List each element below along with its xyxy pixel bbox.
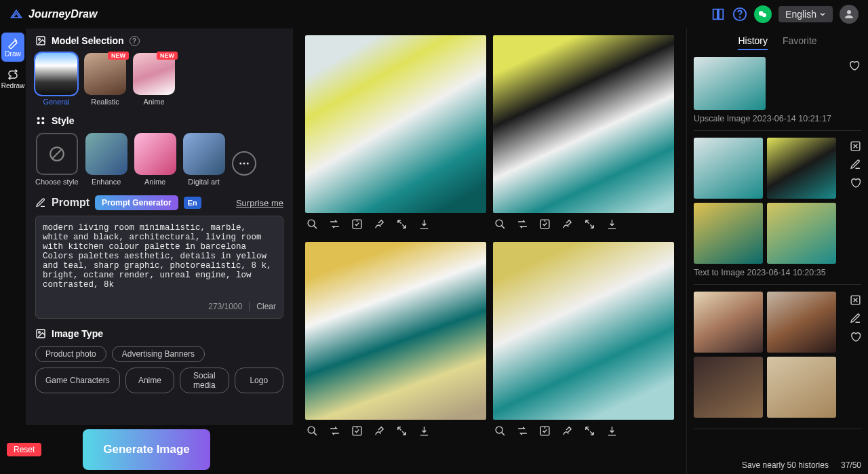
image-cell-4 [493,242,674,442]
svg-point-23 [496,427,502,433]
edit-icon [35,197,46,208]
history-thumb[interactable] [767,203,836,264]
generated-image[interactable] [493,35,674,213]
docs-icon[interactable] [711,7,726,22]
model-general[interactable]: General [35,53,77,106]
zoom-icon[interactable] [494,218,506,230]
rail-draw[interactable]: Draw [1,33,24,62]
style-anime[interactable]: Anime [134,133,176,186]
chip-product-photo[interactable]: Product photo [35,346,106,362]
logo[interactable]: JourneyDraw [9,7,97,21]
history-status: Save nearly 50 histories 37/50 [687,456,868,474]
prompt-text[interactable]: modern living room minimalistic, marble,… [43,223,276,298]
prompt-generator-button[interactable]: Prompt Generator [95,195,178,210]
edit-brush-icon[interactable] [561,218,573,230]
edit-brush-icon[interactable] [374,425,385,437]
chip-social-media[interactable]: Social media [180,368,229,393]
generate-button[interactable]: Generate Image [83,429,210,470]
download-icon[interactable] [418,425,430,437]
variation-icon[interactable] [517,218,528,230]
help-icon[interactable]: ? [130,36,140,46]
user-avatar[interactable] [840,5,859,24]
zoom-icon[interactable] [307,218,318,230]
model-anime[interactable]: NEW Anime [133,53,175,106]
prompt-input[interactable]: modern living room minimalistic, marble,… [35,216,283,319]
variation-icon[interactable] [329,425,340,437]
generated-image[interactable] [305,35,486,213]
surprise-me-link[interactable]: Surprise me [236,198,283,208]
wechat-icon[interactable] [754,5,772,23]
expand-icon[interactable] [396,425,408,437]
language-selector[interactable]: English [778,6,833,22]
variation-icon[interactable] [329,218,340,230]
history-list[interactable]: Upscale Image 2023-06-14 10:21:17 Text t… [687,57,868,456]
history-thumb[interactable] [694,57,766,110]
expand-icon[interactable] [584,218,595,230]
edit-brush-icon[interactable] [561,425,573,437]
zoom-icon[interactable] [307,425,318,437]
chip-anime[interactable]: Anime [125,368,174,393]
history-thumb[interactable] [694,138,763,199]
img2img-icon[interactable] [351,218,363,230]
style-digital-art[interactable]: Digital art [183,133,225,186]
model-realistic[interactable]: NEW Realistic [84,53,126,106]
more-styles-button[interactable] [232,151,256,176]
header-right: English [711,5,859,24]
history-tabs: History Favorite [687,28,868,57]
expand-icon[interactable] [396,218,408,230]
chip-logo[interactable]: Logo [235,368,283,393]
style-enhance[interactable]: Enhance [85,133,127,186]
download-icon[interactable] [606,218,618,230]
zoom-icon[interactable] [494,425,506,437]
svg-point-7 [37,117,40,120]
history-item[interactable]: Upscale Image 2023-06-14 10:21:17 [694,57,861,131]
generated-image[interactable] [493,242,674,420]
model-icon [35,35,46,46]
history-thumb[interactable] [767,138,836,199]
download-icon[interactable] [418,218,430,230]
tab-history[interactable]: History [738,35,768,50]
img2img-icon[interactable] [539,425,551,437]
expand-icon[interactable] [850,294,861,306]
history-item[interactable] [694,292,861,429]
svg-point-1 [740,17,741,18]
tab-favorite[interactable]: Favorite [783,35,817,50]
expand-icon[interactable] [850,140,861,152]
expand-icon[interactable] [584,425,595,437]
history-thumb[interactable] [767,292,836,353]
new-badge: NEW [157,52,178,60]
heart-icon[interactable] [850,331,861,342]
img2img-icon[interactable] [539,218,551,230]
heart-icon[interactable] [848,60,860,71]
edit-brush-icon[interactable] [374,218,385,230]
edit-icon[interactable] [850,313,861,324]
variation-icon[interactable] [517,425,528,437]
history-thumb[interactable] [767,357,836,418]
heart-icon[interactable] [850,177,861,189]
svg-point-3 [762,13,766,17]
reset-button[interactable]: Reset [7,443,41,456]
generated-image[interactable] [305,242,486,420]
prompt-lang-badge[interactable]: En [184,197,201,209]
style-choose[interactable]: Choose style [35,133,79,186]
history-thumb[interactable] [694,203,763,264]
image-cell-1 [305,35,486,235]
edit-icon[interactable] [850,159,861,170]
chip-game-characters[interactable]: Game Characters [35,368,120,393]
img2img-icon[interactable] [351,425,363,437]
style-header: Style [35,115,283,126]
redraw-icon [7,68,19,81]
help-icon[interactable] [732,7,747,22]
clear-prompt-button[interactable]: Clear [249,302,276,311]
history-item[interactable]: Text to Image 2023-06-14 10:20:35 [694,138,861,285]
svg-point-14 [246,163,248,165]
rail-redraw[interactable]: Redraw [1,64,24,94]
svg-point-6 [39,39,41,41]
chip-advertising-banners[interactable]: Advertising Banners [112,346,205,362]
svg-point-17 [308,220,315,226]
download-icon[interactable] [606,425,618,437]
history-thumb[interactable] [694,357,763,418]
history-thumb[interactable] [694,292,763,353]
svg-point-9 [37,121,40,124]
model-selection-header: Model Selection ? [35,35,283,46]
